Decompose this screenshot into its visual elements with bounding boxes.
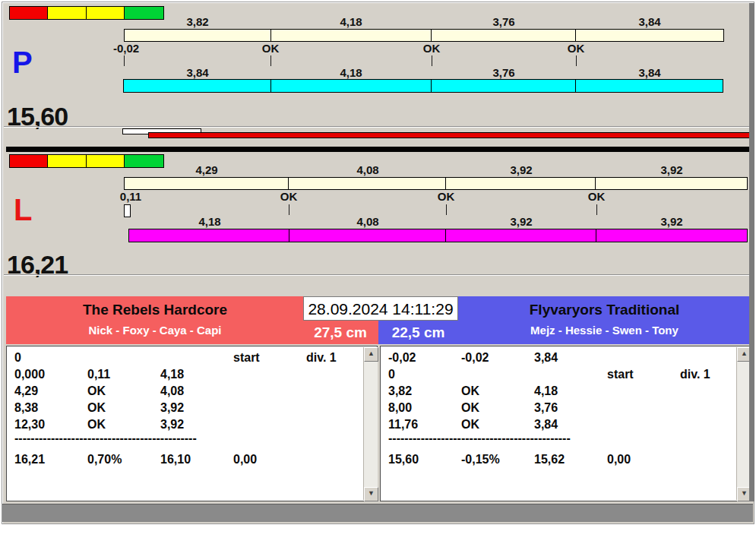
l-top-value-label: 4,29 <box>195 163 217 176</box>
table-cell: start <box>607 368 634 381</box>
table-cell: OK <box>87 384 106 398</box>
l-start-offset-label: 0,11 <box>120 190 141 203</box>
p-result-bar-segment <box>124 80 271 92</box>
table-cell: 0 <box>388 368 395 381</box>
l-top-value-label: 4,08 <box>356 163 378 176</box>
l-result-bar-segment <box>596 229 748 242</box>
table-cell: 4,18 <box>534 384 558 398</box>
right-team-table: -0,02 -0,02 3,84 0 start div. 1 3,82 OK … <box>380 346 751 501</box>
p-bottom-value-label: 3,84 <box>638 66 660 79</box>
table-total-cell: 16,21 <box>14 453 45 467</box>
table-cell: 3,84 <box>534 351 558 365</box>
table-cell: div. 1 <box>680 368 710 381</box>
l-reference-bar-segment <box>596 178 747 189</box>
traffic-red-segment <box>10 155 48 167</box>
table-cell: 8,00 <box>388 401 412 415</box>
p-reference-bar <box>124 29 724 42</box>
l-top-value-label: 3,92 <box>510 163 532 176</box>
left-team-measure: 27,5 cm <box>303 324 378 341</box>
l-ok-label: OK <box>588 190 606 203</box>
l-traffic-light-strip <box>9 154 164 168</box>
l-start-offset-marker <box>124 204 131 217</box>
table-cell: 3,84 <box>534 418 558 432</box>
l-reference-bar-segment <box>446 178 596 189</box>
table-divider: ----------------------------------------… <box>388 432 571 445</box>
p-ok-label: OK <box>568 42 585 55</box>
p-tick-mark <box>576 55 577 66</box>
l-tick-mark <box>289 204 289 215</box>
right-team-name: Flyvaryors Traditional <box>458 302 751 318</box>
scroll-up-button[interactable]: ▲ <box>364 347 378 362</box>
p-ok-label: OK <box>423 42 441 55</box>
l-result-bar-segment <box>446 229 596 242</box>
scroll-down-button[interactable]: ▼ <box>364 487 378 501</box>
table-cell: 0,11 <box>87 368 110 381</box>
table-cell: 4,29 <box>14 384 38 398</box>
table-total-cell: 15,62 <box>534 453 565 467</box>
l-result-bar <box>128 229 748 242</box>
traffic-green-segment <box>125 155 163 167</box>
traffic-red-segment <box>10 7 48 19</box>
p-result-bar <box>123 79 723 93</box>
p-reference-bar-segment <box>125 30 271 41</box>
table-cell: 3,82 <box>388 384 412 398</box>
traffic-yellow-segment <box>48 155 86 167</box>
l-top-value-label: 3,92 <box>660 163 682 176</box>
p-top-value-label: 3,82 <box>186 15 208 28</box>
p-ok-label: OK <box>262 42 280 55</box>
table-cell: 4,18 <box>160 368 184 381</box>
left-team-table: 0 start div. 1 0,000 0,11 4,18 4,29 OK 4… <box>6 346 378 501</box>
table-cell: 3,92 <box>160 418 184 432</box>
table-cell: OK <box>461 401 479 415</box>
panel-separator <box>6 147 750 152</box>
table-cell: div. 1 <box>306 351 337 365</box>
l-reference-bar <box>124 177 748 190</box>
p-tick-mark <box>124 55 125 66</box>
table-divider: ----------------------------------------… <box>14 432 197 445</box>
table-cell: 8,38 <box>14 401 38 415</box>
table-total-cell: 0,00 <box>233 453 257 467</box>
table-cell: 3,76 <box>534 401 558 415</box>
p-traffic-light-strip <box>9 6 164 20</box>
table-cell: OK <box>461 384 479 398</box>
l-panel-letter: L <box>14 195 32 225</box>
table-cell: OK <box>87 418 106 432</box>
table-cell: OK <box>461 418 479 432</box>
p-result-bar-segment <box>576 80 723 92</box>
table-cell: 11,76 <box>388 418 418 432</box>
l-panel-divider-line <box>4 274 749 276</box>
p-tick-mark <box>432 55 432 66</box>
table-total-cell: 0,00 <box>607 453 631 467</box>
p-reference-bar-segment <box>271 30 432 41</box>
p-panel-divider-line <box>4 126 749 128</box>
p-panel-letter: P <box>12 47 33 77</box>
l-bottom-value-label: 4,08 <box>356 215 378 228</box>
l-ok-label: OK <box>438 190 455 203</box>
table-cell: 3,92 <box>160 401 184 415</box>
table-cell: start <box>233 351 260 365</box>
table-total-cell: -0,15% <box>461 453 500 467</box>
l-bottom-value-label: 3,92 <box>510 215 532 228</box>
table-cell: 4,08 <box>160 384 184 398</box>
p-bottom-value-label: 3,76 <box>492 66 514 79</box>
table-cell: 0,000 <box>14 368 45 381</box>
p-bottom-value-label: 4,18 <box>340 66 362 79</box>
left-team-name: The Rebels Hardcore <box>6 302 304 318</box>
p-reference-bar-segment <box>432 30 576 41</box>
table-total-cell: 16,10 <box>160 453 191 467</box>
l-result-bar-segment <box>289 229 446 242</box>
right-team-crew: Mejz - Hessie - Swen - Tony <box>458 324 751 337</box>
right-team-measure: 22,5 cm <box>378 324 458 341</box>
l-tick-mark <box>596 204 597 215</box>
p-bottom-value-label: 3,84 <box>186 66 208 79</box>
table-cell: OK <box>87 401 106 415</box>
p-tick-mark <box>270 55 271 66</box>
traffic-yellow-segment <box>87 7 125 19</box>
l-tick-mark <box>446 204 447 215</box>
left-table-scrollbar[interactable]: ▲ ▼ <box>363 347 378 500</box>
l-bottom-value-label: 3,92 <box>660 215 682 228</box>
table-cell: 0 <box>14 351 21 365</box>
p-result-bar-segment <box>271 80 432 92</box>
table-cell: -0,02 <box>461 351 489 365</box>
status-bar <box>2 504 753 522</box>
